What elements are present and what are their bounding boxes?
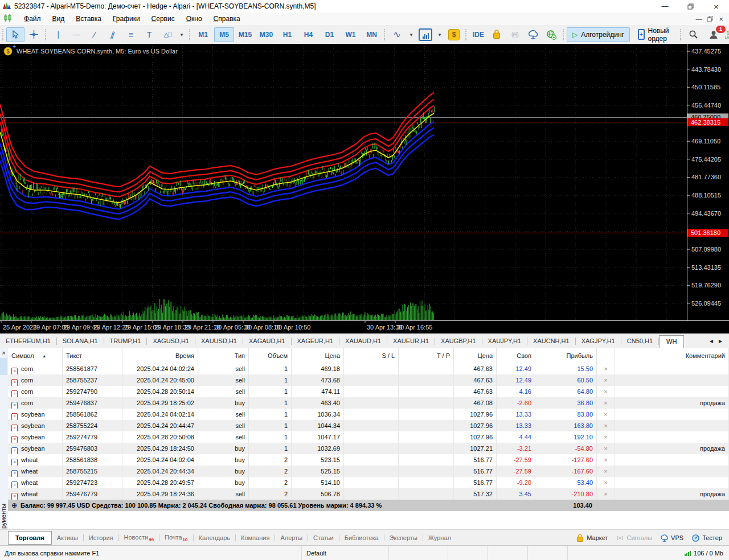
toolbox-tab-календарь[interactable]: Календарь — [194, 532, 236, 544]
close-position-icon[interactable]: × — [597, 363, 615, 374]
column-header-12[interactable]: Комментарий — [615, 348, 729, 363]
panel-button-vps[interactable]: VPS — [660, 534, 683, 542]
column-header-7[interactable]: T / P — [399, 348, 454, 363]
position-row[interactable]: soybean2587552242025.04.24 20:44:47sell1… — [8, 420, 729, 431]
shapes-tool-button[interactable]: △□ — [158, 27, 177, 42]
toolbox-tab-почта[interactable]: Почта10 — [159, 531, 193, 545]
price-chart[interactable]: 437.45275443.78430450.11585456.44740469.… — [0, 44, 729, 333]
text-tool-button[interactable]: T — [140, 27, 158, 42]
close-position-icon[interactable]: × — [597, 443, 615, 454]
column-header-9[interactable]: Своп — [497, 348, 535, 363]
cursor-tool-button[interactable] — [6, 27, 24, 42]
close-position-icon[interactable]: × — [597, 488, 615, 500]
toolbox-tab-торговля[interactable]: Торговля — [8, 531, 52, 545]
position-row[interactable]: soybean2585618622025.04.24 04:02:14sell1… — [8, 409, 729, 420]
close-position-icon[interactable]: × — [597, 420, 615, 431]
toolbar-grip[interactable] — [189, 29, 190, 40]
menu-item-view[interactable]: Вид — [47, 13, 71, 24]
child-close-icon[interactable]: × — [719, 15, 723, 23]
market-watch-button[interactable]: $ — [445, 27, 463, 42]
symbol-tab-xageur-h1[interactable]: XAGEUR,H1 — [292, 335, 339, 347]
position-row[interactable]: corn2585618772025.04.24 04:02:24sell1469… — [8, 363, 729, 374]
symbol-tab-ethereum-h1[interactable]: ETHEREUM,H1 — [0, 335, 56, 347]
column-header-1[interactable]: Тикет — [63, 348, 122, 363]
toolbar-grip[interactable] — [45, 29, 46, 40]
panel-button-сигналы[interactable]: Сигналы — [616, 534, 652, 542]
symbol-tab-xaujpy-h1[interactable]: XAUJPY,H1 — [482, 335, 527, 347]
toolbox-tab-компания[interactable]: Компания — [236, 532, 275, 544]
symbol-tab-xaugbp-h1[interactable]: XAUGBP,H1 — [435, 335, 482, 347]
new-order-button[interactable]: + Новый ордер — [632, 27, 678, 42]
status-profile[interactable]: Default — [302, 546, 389, 560]
window-close-icon[interactable]: × — [703, 0, 729, 13]
crosshair-tool-button[interactable] — [24, 27, 43, 42]
window-restore-icon[interactable] — [678, 0, 703, 13]
position-row[interactable]: soybean2594768032025.04.29 18:24:50buy11… — [8, 443, 729, 454]
timeframe-h1[interactable]: H1 — [277, 27, 297, 42]
symbol-tab-xagusd-h1[interactable]: XAGUSD,H1 — [147, 335, 195, 347]
vps-cloud-icon[interactable] — [524, 27, 542, 42]
menu-item-charts[interactable]: Графики — [107, 13, 146, 24]
menu-item-file[interactable]: Файл — [18, 13, 47, 24]
balance-expand-icon[interactable]: ⊕ — [11, 501, 17, 509]
toolbox-tab-алерты[interactable]: Алерты — [275, 532, 308, 544]
column-header-3[interactable]: Тип — [198, 348, 249, 363]
column-header-0[interactable]: Символ▴ — [8, 348, 63, 363]
toolbox-tab-журнал[interactable]: Журнал — [423, 532, 456, 544]
vertical-line-tool-button[interactable]: ∣ — [49, 27, 67, 42]
position-row[interactable]: wheat2585618382025.04.24 04:02:04buy2523… — [8, 454, 729, 466]
column-header-10[interactable]: Прибыль — [535, 348, 597, 363]
symbol-tab-xauusd-h1[interactable]: XAUUSD,H1 — [195, 335, 243, 347]
menu-item-insert[interactable]: Вставка — [70, 13, 107, 24]
symbol-tab-cn50-h1[interactable]: CN50,H1 — [621, 335, 658, 347]
ide-button[interactable]: IDE — [469, 27, 488, 42]
close-position-icon[interactable]: × — [597, 409, 615, 420]
channel-tool-button[interactable]: ∥ — [102, 24, 124, 44]
search-icon[interactable] — [684, 27, 702, 42]
timeframe-m15[interactable]: M15 — [235, 27, 255, 42]
menu-item-help[interactable]: Справка — [208, 13, 246, 24]
trendline-tool-button[interactable]: ∕ — [85, 27, 104, 42]
column-header-11[interactable] — [597, 348, 615, 363]
line-studies-button[interactable]: ∿ — [388, 27, 406, 42]
community-globe-icon[interactable] — [542, 27, 560, 42]
indicators-button[interactable] — [416, 27, 435, 42]
child-minimize-icon[interactable]: — — [695, 15, 702, 22]
toolbox-close-icon[interactable]: × — [0, 349, 7, 357]
symbol-tab-xauaud-h1[interactable]: XAUAUD,H1 — [339, 335, 387, 347]
timeframe-d1[interactable]: D1 — [320, 27, 339, 42]
position-row[interactable]: wheat2594767792025.04.29 18:24:36sell250… — [8, 488, 729, 500]
timeframe-m1[interactable]: M1 — [193, 27, 213, 42]
panel-button-тестер[interactable]: Тестер — [691, 534, 722, 542]
position-row[interactable]: corn2587552372025.04.24 20:45:00sell1473… — [8, 374, 729, 386]
tabs-scroll-left-icon[interactable]: ◂ — [710, 337, 713, 345]
symbol-tab-trump-h1[interactable]: TRUMP,H1 — [104, 335, 147, 347]
close-position-icon[interactable]: × — [597, 397, 615, 409]
symbol-tab-xagjpy-h1[interactable]: XAGJPY,H1 — [576, 335, 621, 347]
close-position-icon[interactable]: × — [597, 466, 615, 477]
toolbar-grip[interactable] — [680, 29, 681, 40]
column-header-5[interactable]: Цена — [292, 348, 344, 363]
close-position-icon[interactable]: × — [597, 454, 615, 466]
toolbar-grip[interactable] — [2, 29, 3, 40]
line-studies-dropdown-icon[interactable]: ▾ — [406, 27, 416, 42]
close-position-icon[interactable]: × — [597, 477, 615, 488]
shapes-dropdown-icon[interactable]: ▾ — [177, 27, 187, 42]
window-minimize-icon[interactable]: — — [652, 0, 678, 13]
menu-item-window[interactable]: Окно — [181, 13, 208, 24]
timeframe-h4[interactable]: H4 — [298, 27, 318, 42]
child-restore-icon[interactable] — [707, 16, 713, 22]
notifications-icon[interactable]: 1 — [705, 27, 723, 42]
timeframe-m5[interactable]: M5 — [214, 27, 234, 42]
market-store-icon[interactable] — [488, 27, 506, 42]
horizontal-line-tool-button[interactable]: — — [67, 27, 85, 42]
panel-button-маркет[interactable]: Маркет — [576, 534, 608, 542]
timeframe-m30[interactable]: M30 — [256, 27, 276, 42]
timeframe-w1[interactable]: W1 — [341, 27, 361, 42]
position-row[interactable]: wheat2592747232025.04.28 20:49:57buy2514… — [8, 477, 729, 488]
column-header-8[interactable]: Цена — [454, 348, 497, 363]
symbol-tab-xaucnh-h1[interactable]: XAUCNH,H1 — [527, 335, 575, 347]
position-row[interactable]: soybean2592747792025.04.28 20:50:08sell1… — [8, 431, 729, 443]
toolbar-grip[interactable] — [384, 29, 385, 40]
symbol-tab-xagaud-h1[interactable]: XAGAUD,H1 — [243, 335, 291, 347]
